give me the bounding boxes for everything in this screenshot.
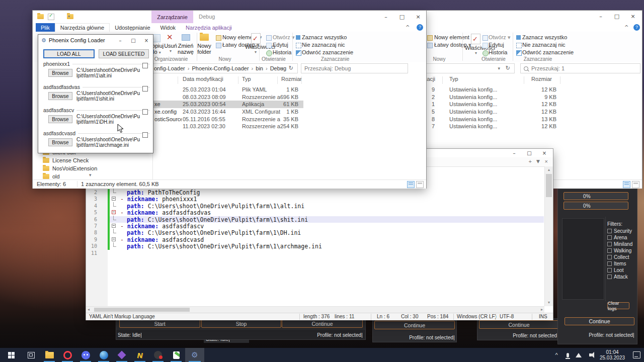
maximize-icon[interactable]: □ — [522, 149, 537, 157]
explorer1-titlebar[interactable]: ✓ ▾ Zarządzanie Debug – □ × — [33, 11, 426, 23]
taskbar-dark-app-button[interactable] — [149, 348, 167, 362]
filter-checkbox[interactable] — [607, 242, 612, 246]
file-row[interactable]: 8 Ustawienia konfig... 13 KB — [423, 116, 559, 123]
filter-checkbox[interactable] — [607, 229, 612, 233]
task-view-button[interactable] — [22, 348, 40, 362]
ribbon-collapse-icon[interactable]: ^ — [624, 25, 628, 30]
filter-checkbox[interactable] — [607, 261, 612, 266]
minimize-icon[interactable]: – — [507, 149, 522, 157]
stop-button[interactable]: Stop — [201, 319, 281, 328]
maximize-icon[interactable]: □ — [394, 11, 410, 23]
filter-item[interactable]: Loot — [607, 267, 636, 274]
breadcrumb[interactable]: bin — [249, 65, 263, 71]
scroll-right-icon[interactable]: ▸ — [541, 307, 543, 312]
select-all-button[interactable]: Zaznacz wszystko — [522, 34, 567, 40]
fold-marker-icon[interactable] — [110, 236, 118, 243]
tray-volume-button[interactable] — [585, 348, 596, 362]
fold-marker-icon[interactable] — [110, 203, 118, 209]
tab-view[interactable]: Widok — [155, 23, 181, 32]
config-checkbox[interactable] — [142, 132, 148, 138]
file-row[interactable]: osticSource.dll 05.11.2016 05:55 Rozszer… — [152, 116, 303, 123]
editor-text-area[interactable]: 2 path:PathToTheConfig 3 - nickname:phoe… — [86, 189, 544, 256]
tree-item[interactable]: NosVoidExtension — [43, 164, 148, 172]
filter-item[interactable]: Collect — [607, 254, 636, 260]
editor-line[interactable]: 8 path:C:\Users\shoot\OneDrive\Pulpit\fa… — [86, 229, 544, 236]
editor-line[interactable]: 10 path:C:\Users\shoot\OneDrive\Pulpit\f… — [86, 243, 544, 249]
tray-network-button[interactable] — [574, 348, 584, 362]
qat-dropdown-icon[interactable]: ▾ — [68, 14, 70, 19]
view-thumbnails-icon[interactable] — [416, 181, 424, 188]
minimize-icon[interactable]: – — [378, 11, 394, 23]
continue-button[interactable]: Continue — [565, 317, 634, 325]
scrollbar-thumb[interactable] — [546, 174, 552, 197]
file-row[interactable]: 7 Ustawienia konfig... 12 KB — [423, 123, 559, 130]
taskbar-opera-button[interactable] — [58, 348, 76, 362]
refresh-icon[interactable]: ↻ — [289, 65, 293, 71]
file-row[interactable]: xe 25.03.2023 00:54 Aplikacja 61 KB — [152, 101, 303, 108]
help-icon[interactable]: ? — [633, 24, 640, 31]
column-header-type[interactable]: Typ — [449, 76, 458, 82]
fold-marker-icon[interactable] — [110, 223, 118, 229]
file-row[interactable]: 08.03.2023 08:09 Rozszerzenie aplik... 6… — [152, 94, 303, 101]
close-icon[interactable]: × — [410, 11, 426, 23]
load-selected-button[interactable]: LOAD SELECTED — [99, 49, 149, 58]
filter-checkbox[interactable] — [607, 255, 612, 259]
scroll-up-icon[interactable]: ▴ — [545, 166, 553, 173]
minimize-icon[interactable]: – — [593, 11, 609, 22]
help-icon[interactable]: ? — [417, 24, 423, 31]
file-row[interactable]: xe.config 24.03.2023 16:44 XML Configura… — [152, 108, 303, 116]
history-button[interactable]: Historia — [273, 49, 291, 55]
select-all-button[interactable]: Zaznacz wszystko — [302, 34, 347, 40]
tab-file[interactable]: Plik — [36, 23, 55, 32]
column-header-type[interactable]: Typ — [242, 76, 251, 82]
filter-checkbox[interactable] — [607, 268, 612, 273]
view-thumbnails-icon[interactable] — [632, 181, 639, 188]
filter-checkbox[interactable] — [607, 275, 612, 279]
close-icon[interactable]: × — [537, 149, 552, 157]
file-row[interactable]: 5 Ustawienia konfig... 12 KB — [423, 108, 559, 116]
tab-list-icon[interactable]: ▼ — [536, 159, 540, 164]
qat-properties-icon[interactable]: ✓ — [48, 14, 54, 20]
file-row[interactable]: 2 Ustawienia konfig... 9 KB — [423, 94, 559, 101]
taskbar-browser-button[interactable] — [95, 348, 113, 362]
file-row[interactable]: 9 Ustawienia konfig... 12 KB — [423, 86, 559, 94]
file-row[interactable]: 11.03.2023 02:30 Rozszerzenie aplik... 2… — [152, 123, 303, 130]
filter-item[interactable]: Items — [607, 260, 636, 267]
search-box[interactable]: Przeszukaj: Debug — [301, 63, 408, 73]
file-row[interactable]: 1 Ustawienia konfig... 12 KB — [423, 101, 559, 108]
new-item-button[interactable]: Nowy element ▾ — [434, 34, 473, 41]
fold-marker-icon[interactable] — [110, 196, 118, 202]
close-icon[interactable]: × — [140, 35, 153, 46]
editor-line[interactable]: 7 - nickname:asdfasdfascv — [86, 223, 544, 229]
address-dropdown-icon[interactable]: ▾ — [498, 66, 500, 71]
clear-logs-button[interactable]: Clear logs — [607, 302, 629, 309]
filter-item[interactable]: Attack — [607, 274, 636, 280]
column-header-size[interactable]: Rozmiar — [281, 76, 302, 82]
fold-marker-icon[interactable] — [110, 216, 118, 223]
address-dropdown-icon[interactable]: ▾ — [281, 66, 283, 71]
ribbon-collapse-icon[interactable]: ^ — [406, 25, 410, 30]
fold-marker-icon[interactable] — [110, 189, 118, 196]
start-button[interactable]: Start — [119, 319, 200, 328]
taskbar-explorer-button[interactable] — [40, 348, 58, 362]
continue-button[interactable]: Continue — [282, 319, 363, 328]
tree-scroll-icon[interactable]: ▾ — [89, 172, 92, 177]
maximize-icon[interactable]: □ — [609, 11, 625, 22]
browse-button[interactable]: Browse — [48, 92, 72, 100]
scroll-left-icon[interactable]: ◂ — [88, 307, 90, 312]
vertical-scrollbar[interactable]: ▴ ▾ — [544, 166, 553, 306]
close-icon[interactable]: × — [625, 11, 641, 22]
taskbar-discord-button[interactable] — [76, 348, 95, 362]
taskbar-notepad-button[interactable] — [167, 348, 185, 362]
log-area[interactable] — [562, 218, 604, 300]
filter-item[interactable]: Walking — [607, 247, 636, 254]
config-checkbox[interactable] — [142, 63, 148, 68]
rename-button[interactable]: Zmień nazwę — [176, 43, 196, 55]
browse-button[interactable]: Browse — [48, 69, 72, 77]
invert-selection-button[interactable]: Odwróć zaznaczenie — [522, 49, 574, 55]
invert-selection-button[interactable]: Odwróć zaznaczenie — [302, 49, 353, 55]
select-none-button[interactable]: Nie zaznaczaj nic — [302, 42, 345, 48]
editor-line[interactable]: 2 path:PathToTheConfig — [86, 189, 544, 196]
filter-item[interactable]: Security — [607, 228, 636, 234]
search-box[interactable]: Przeszukaj: 1 — [520, 63, 640, 73]
